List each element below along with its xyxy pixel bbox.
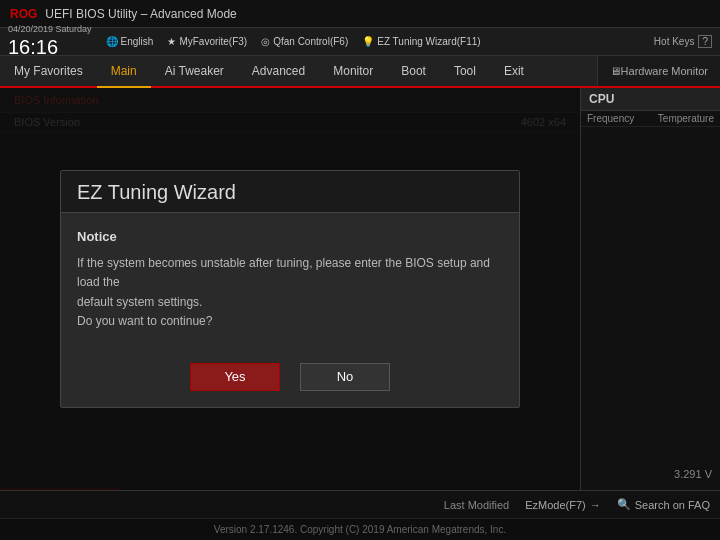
dialog-overlay: EZ Tuning Wizard Notice If the system be…	[0, 88, 580, 490]
voltage-display: 3.291 V	[674, 468, 712, 480]
bottom-bar: Last Modified EzMode(F7) → 🔍 Search on F…	[0, 490, 720, 518]
no-button[interactable]: No	[300, 363, 390, 391]
myfavorites-btn[interactable]: ★ MyFavorite(F3)	[167, 36, 247, 47]
nav-advanced[interactable]: Advanced	[238, 56, 319, 88]
hw-monitor-btn[interactable]: 🖥 Hardware Monitor	[597, 56, 720, 86]
temperature-label: Temperature	[658, 113, 714, 124]
ezmode-btn[interactable]: EzMode(F7) →	[525, 499, 601, 511]
cpu-subheader: Frequency Temperature	[581, 111, 720, 127]
language-btn[interactable]: 🌐 English	[106, 36, 154, 47]
info-bar: 04/20/2019 Saturday 16:16 🌐 English ★ My…	[0, 28, 720, 56]
nav-boot[interactable]: Boot	[387, 56, 440, 88]
search-icon: 🔍	[617, 498, 631, 511]
title-text: UEFI BIOS Utility – Advanced Mode	[45, 7, 236, 21]
bulb-icon: 💡	[362, 36, 374, 47]
content-area: BIOS Information BIOS Version 4602 x64 E…	[0, 88, 720, 490]
nav-my-favorites[interactable]: My Favorites	[0, 56, 97, 88]
arrow-right-icon: →	[590, 499, 601, 511]
qfan-btn[interactable]: ◎ Qfan Control(F6)	[261, 36, 348, 47]
star-icon: ★	[167, 36, 176, 47]
monitor-icon: 🖥	[610, 65, 621, 77]
footer: Version 2.17.1246. Copyright (C) 2019 Am…	[0, 518, 720, 540]
nav-exit[interactable]: Exit	[490, 56, 538, 88]
dialog-title-bar: EZ Tuning Wizard	[61, 171, 519, 213]
rog-logo: ROG	[10, 7, 37, 21]
date-display: 04/20/2019 Saturday	[8, 24, 92, 35]
language-icon: 🌐	[106, 36, 118, 47]
dialog-message: If the system becomes unstable after tun…	[77, 254, 503, 331]
dialog: EZ Tuning Wizard Notice If the system be…	[60, 170, 520, 408]
hot-keys: Hot Keys ?	[654, 35, 712, 48]
nav-ai-tweaker[interactable]: Ai Tweaker	[151, 56, 238, 88]
help-btn[interactable]: ?	[698, 35, 712, 48]
cpu-header: CPU	[581, 88, 720, 111]
yes-button[interactable]: Yes	[190, 363, 280, 391]
search-faq-btn[interactable]: 🔍 Search on FAQ	[617, 498, 710, 511]
right-panel: CPU Frequency Temperature	[580, 88, 720, 490]
fan-icon: ◎	[261, 36, 270, 47]
title-bar: ROG UEFI BIOS Utility – Advanced Mode	[0, 0, 720, 28]
nav-main[interactable]: Main	[97, 56, 151, 88]
nav-monitor[interactable]: Monitor	[319, 56, 387, 88]
dialog-notice-label: Notice	[77, 229, 503, 244]
datetime: 04/20/2019 Saturday 16:16	[8, 24, 92, 59]
eztuning-btn[interactable]: 💡 EZ Tuning Wizard(F11)	[362, 36, 480, 47]
dialog-body: Notice If the system becomes unstable af…	[61, 213, 519, 347]
left-panel: BIOS Information BIOS Version 4602 x64 E…	[0, 88, 580, 490]
last-modified-label: Last Modified	[444, 499, 509, 511]
nav-bar: My Favorites Main Ai Tweaker Advanced Mo…	[0, 56, 720, 88]
nav-tool[interactable]: Tool	[440, 56, 490, 88]
dialog-buttons: Yes No	[61, 347, 519, 407]
frequency-label: Frequency	[587, 113, 634, 124]
footer-text: Version 2.17.1246. Copyright (C) 2019 Am…	[214, 524, 506, 535]
dialog-title: EZ Tuning Wizard	[77, 181, 503, 204]
